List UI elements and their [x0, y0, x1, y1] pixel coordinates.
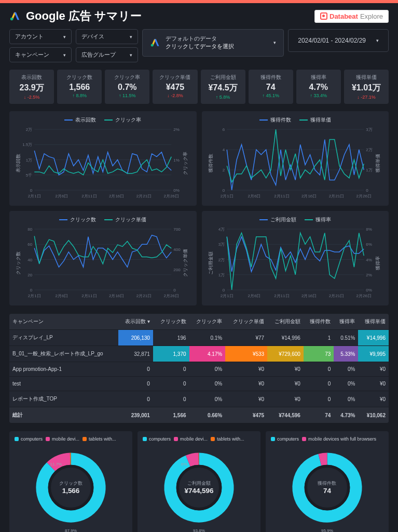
svg-text:2月21日: 2月21日	[136, 294, 152, 298]
table-row: test000%¥0¥000%¥0	[9, 377, 389, 391]
svg-text:クリック数: クリック数	[59, 481, 83, 486]
svg-point-1	[151, 44, 154, 47]
svg-text:2万: 2万	[366, 148, 372, 152]
svg-text:2月21日: 2月21日	[328, 294, 344, 298]
kpi-card: 獲得単価¥1.01万↓ -27.1%	[344, 70, 389, 104]
line-chart: 獲得件数獲得単価024601万2万3万2月1日2月6日2月11日2月16日2月2…	[202, 111, 389, 206]
kpi-card: 獲得率4.7%↑ 33.4%	[296, 70, 341, 104]
svg-text:0: 0	[222, 288, 225, 292]
svg-text:クリック単価: クリック単価	[183, 249, 188, 277]
page-title: Google 広告 サマリー	[26, 8, 142, 24]
svg-text:2月16日: 2月16日	[301, 194, 316, 198]
svg-text:2月1日: 2月1日	[28, 194, 41, 198]
svg-text:3万: 3万	[218, 242, 224, 247]
svg-text:2%: 2%	[173, 127, 180, 132]
svg-text:3万: 3万	[366, 127, 372, 132]
brand-badge: Databeat Explore	[314, 10, 389, 23]
svg-text:74: 74	[323, 487, 331, 495]
svg-text:11.7%: 11.7%	[50, 462, 62, 467]
svg-text:0%: 0%	[173, 188, 180, 193]
svg-text:1万: 1万	[26, 158, 32, 163]
kpi-card: クリック単価¥475↓ -2.8%	[153, 70, 197, 104]
data-selector[interactable]: デフォルトのデータ クリックしてデータを選択	[142, 29, 284, 57]
svg-text:6%: 6%	[181, 462, 187, 467]
svg-text:2月1日: 2月1日	[220, 194, 233, 198]
svg-text:0: 0	[222, 188, 225, 193]
svg-text:クリック率: クリック率	[183, 152, 188, 175]
google-ads-icon	[150, 37, 160, 48]
svg-text:2月6日: 2月6日	[56, 294, 68, 298]
svg-text:2万: 2万	[26, 127, 32, 132]
svg-text:2月26日: 2月26日	[356, 194, 371, 198]
filter-controls: アカウント キャンペーン デバイス 広告グループ デフォルトのデータ クリックし…	[0, 29, 398, 66]
svg-text:6: 6	[222, 127, 225, 132]
svg-text:2月11日: 2月11日	[81, 294, 97, 298]
svg-text:4: 4	[222, 148, 225, 152]
donut-chart: computersmobile devi...tablets with...ご利…	[138, 431, 260, 532]
svg-text:2月26日: 2月26日	[356, 294, 371, 298]
svg-text:95.9%: 95.9%	[321, 528, 333, 532]
svg-text:2月1日: 2月1日	[28, 294, 41, 298]
kpi-card: クリック数1,566↑ 8.8%	[57, 70, 102, 104]
campaign-filter[interactable]: キャンペーン	[9, 47, 72, 62]
svg-text:0: 0	[30, 288, 33, 292]
svg-text:2月21日: 2月21日	[136, 194, 152, 198]
table-row: レポート作成_TOP000%¥0¥000%¥0	[9, 391, 389, 407]
svg-text:0: 0	[366, 188, 368, 193]
line-chart: クリック数クリック単価02040608002004007002月1日2月6日2月…	[9, 211, 197, 305]
svg-text:2月26日: 2月26日	[164, 294, 179, 298]
svg-text:40: 40	[28, 258, 32, 262]
charts-grid: 表示回数クリック率05千1万1.5万2万0%1%2%2月1日2月6日2月11日2…	[0, 107, 398, 310]
svg-text:2月6日: 2月6日	[248, 294, 260, 298]
svg-text:400: 400	[173, 247, 181, 252]
svg-text:700: 700	[173, 227, 181, 232]
svg-text:80: 80	[28, 227, 32, 232]
svg-text:1万: 1万	[366, 168, 372, 172]
svg-text:6%: 6%	[366, 242, 372, 247]
date-range-selector[interactable]: 2024/02/01 - 2024/02/29	[288, 29, 389, 52]
line-chart: 表示回数クリック率05千1万1.5万2万0%1%2%2月1日2月6日2月11日2…	[9, 111, 197, 206]
svg-text:20: 20	[28, 273, 32, 277]
account-filter[interactable]: アカウント	[9, 29, 72, 44]
svg-text:4万: 4万	[218, 227, 224, 232]
svg-text:クリック数: クリック数	[16, 251, 21, 275]
svg-text:4%: 4%	[366, 258, 372, 262]
svg-text:¥744,596: ¥744,596	[185, 487, 214, 495]
svg-text:0: 0	[173, 288, 176, 292]
svg-text:2月16日: 2月16日	[109, 294, 124, 298]
svg-text:2月16日: 2月16日	[109, 194, 124, 198]
svg-text:93.8%: 93.8%	[193, 528, 205, 532]
campaign-table: キャンペーン表示回数 ▾クリック数クリック率クリック単価ご利用金額獲得件数獲得率…	[9, 314, 389, 423]
svg-text:2月16日: 2月16日	[301, 294, 316, 298]
svg-text:獲得単価: 獲得単価	[375, 154, 380, 172]
svg-text:0%: 0%	[366, 288, 372, 292]
kpi-card: 表示回数23.9万↓ -2.5%	[9, 70, 54, 104]
svg-text:2月6日: 2月6日	[56, 194, 68, 198]
svg-text:8%: 8%	[366, 227, 372, 232]
kpi-row: 表示回数23.9万↓ -2.5%クリック数1,566↑ 8.8%クリック率0.7…	[0, 66, 398, 107]
svg-text:87.9%: 87.9%	[65, 528, 77, 532]
svg-text:200: 200	[173, 268, 181, 272]
brand-icon	[320, 12, 327, 20]
kpi-card: クリック率0.7%↑ 11.5%	[105, 70, 149, 104]
svg-text:2月1日: 2月1日	[220, 294, 233, 298]
svg-text:2: 2	[222, 168, 225, 172]
svg-text:1万: 1万	[218, 273, 224, 277]
google-ads-icon	[9, 10, 21, 22]
svg-text:5千: 5千	[26, 173, 32, 178]
table-total: 総計239,0011,5660.66%¥475¥744,596744.73%¥1…	[9, 407, 389, 423]
svg-text:2月11日: 2月11日	[81, 194, 97, 198]
svg-text:1,566: 1,566	[62, 487, 80, 495]
adgroup-filter[interactable]: 広告グループ	[76, 47, 138, 62]
device-filter[interactable]: デバイス	[76, 29, 138, 44]
svg-text:2月26日: 2月26日	[164, 194, 179, 198]
svg-text:1.5万: 1.5万	[22, 142, 32, 147]
donut-chart: computersmobile devi...tablets with...クリ…	[9, 431, 132, 532]
svg-text:2万: 2万	[218, 258, 224, 262]
svg-text:2月21日: 2月21日	[328, 194, 344, 198]
header: Google 広告 サマリー Databeat Explore	[0, 3, 398, 29]
svg-text:表示回数: 表示回数	[16, 154, 21, 172]
svg-text:2%: 2%	[366, 273, 372, 277]
svg-point-0	[10, 18, 13, 21]
svg-text:60: 60	[28, 242, 32, 247]
